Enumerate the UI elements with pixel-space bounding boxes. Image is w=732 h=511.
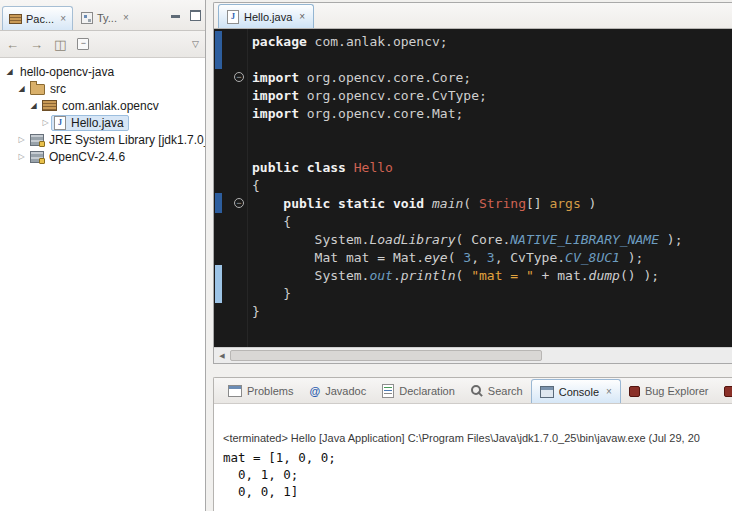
code-token: public class xyxy=(252,160,346,175)
code-line-7[interactable] xyxy=(252,141,732,159)
code-token: out xyxy=(369,268,392,283)
dark-range-indicator xyxy=(215,31,222,69)
code-token: org.opencv.core.CvType; xyxy=(299,88,487,103)
view-tab-console[interactable]: Console× xyxy=(531,379,621,403)
code-line-8[interactable]: public class Hello xyxy=(252,159,732,177)
view-tab-pac[interactable]: Pac...× xyxy=(2,6,73,30)
left-view-tabs: Pac...×Ty...× xyxy=(0,6,135,30)
collapse-all-icon[interactable]: − xyxy=(77,38,89,50)
tree-item-hello-java[interactable]: ▷JHello.java xyxy=(0,114,205,131)
view-tab-bug[interactable]: Bug xyxy=(716,379,732,403)
close-icon[interactable]: × xyxy=(123,13,129,23)
view-tab-problems[interactable]: Problems xyxy=(220,379,301,403)
code-token: main xyxy=(432,196,463,211)
editor-horizontal-scrollbar[interactable]: ◀ xyxy=(214,347,732,363)
view-tab-bug-explorer[interactable]: Bug Explorer xyxy=(621,379,717,403)
code-token: , xyxy=(471,250,487,265)
back-icon[interactable]: ← xyxy=(6,38,19,51)
code-line-2[interactable] xyxy=(252,51,732,69)
code-line-14[interactable]: System.out.println( "mat = " + mat.dump(… xyxy=(252,267,732,285)
maximize-icon xyxy=(190,10,201,21)
view-tab-label: Javadoc xyxy=(325,385,366,397)
editor-tab-hello-java[interactable]: J Hello.java × xyxy=(218,4,314,28)
tree-item-com-anlak-opencv[interactable]: ◢com.anlak.opencv xyxy=(0,97,205,114)
tree-item-label: OpenCV-2.4.6 xyxy=(47,150,127,164)
package-explorer-toolbar: ←→◫−▽ xyxy=(0,31,205,58)
code-token: + mat. xyxy=(534,268,589,283)
editor-tabbar: J Hello.java × xyxy=(214,3,732,29)
code-token: } xyxy=(252,286,291,301)
code-line-16[interactable]: } xyxy=(252,303,732,321)
fold-collapse-icon[interactable]: − xyxy=(234,198,244,208)
close-icon[interactable]: × xyxy=(606,387,612,397)
view-tab-ty[interactable]: Ty...× xyxy=(75,6,135,30)
view-tab-label: Search xyxy=(488,385,523,397)
code-token xyxy=(424,196,432,211)
tree-item-content: JRE System Library [jdk1.7.0_25] xyxy=(27,132,205,148)
expand-arrow-icon[interactable]: ▷ xyxy=(16,135,27,144)
scroll-left-icon[interactable]: ◀ xyxy=(214,352,230,360)
code-token: , CvType. xyxy=(495,250,565,265)
code-editor[interactable]: −− package com.anlak.opencv;import org.o… xyxy=(214,29,732,347)
code-token: package xyxy=(252,34,307,49)
package-explorer-view: Pac...×Ty...× ←→◫−▽ ◢hello-opencv-java◢s… xyxy=(0,0,206,511)
tree-item-label: JRE System Library [jdk1.7.0_25] xyxy=(47,133,205,147)
view-tab-search[interactable]: Search xyxy=(463,379,531,403)
close-icon[interactable]: × xyxy=(60,14,66,24)
tree-item-opencv-2-4-6[interactable]: ▷OpenCV-2.4.6 xyxy=(0,148,205,165)
fold-collapse-icon[interactable]: − xyxy=(234,72,244,82)
collapse-arrow-icon[interactable]: ◢ xyxy=(16,84,27,93)
view-tab-label: Bug Explorer xyxy=(645,385,709,397)
collapse-arrow-icon[interactable]: ◢ xyxy=(28,101,39,110)
tree-item-src[interactable]: ◢src xyxy=(0,80,205,97)
code-line-9[interactable]: { xyxy=(252,177,732,195)
bug-icon xyxy=(724,386,732,397)
code-token xyxy=(346,160,354,175)
code-line-5[interactable]: import org.opencv.core.Mat; xyxy=(252,105,732,123)
code-area[interactable]: package com.anlak.opencv;import org.open… xyxy=(248,29,732,347)
javadoc-icon: @ xyxy=(309,386,320,397)
minimize-button[interactable] xyxy=(168,7,182,21)
code-line-10[interactable]: public static void main( String[] args ) xyxy=(252,195,732,213)
declaration-icon xyxy=(382,384,394,398)
code-line-1[interactable]: package com.anlak.opencv; xyxy=(252,33,732,51)
code-line-13[interactable]: Mat mat = Mat.eye( 3, 3, CvType.CV_8UC1 … xyxy=(252,249,732,267)
code-token: import xyxy=(252,106,299,121)
code-line-15[interactable]: } xyxy=(252,285,732,303)
package-explorer-tree: ◢hello-opencv-java◢src◢com.anlak.opencv▷… xyxy=(0,58,205,511)
expand-arrow-icon[interactable]: ▷ xyxy=(40,118,51,127)
tree-item-jre-system-library-jdk1-7-0-25[interactable]: ▷JRE System Library [jdk1.7.0_25] xyxy=(0,131,205,148)
search-icon xyxy=(471,385,483,397)
code-token: import xyxy=(252,88,299,103)
code-token: ); xyxy=(620,250,643,265)
code-line-11[interactable]: { xyxy=(252,213,732,231)
code-token: Mat mat = Mat. xyxy=(252,250,424,265)
maximize-button[interactable] xyxy=(188,7,202,21)
close-icon[interactable]: × xyxy=(299,12,305,22)
code-line-4[interactable]: import org.opencv.core.CvType; xyxy=(252,87,732,105)
view-tab-declaration[interactable]: Declaration xyxy=(374,379,463,403)
code-line-6[interactable] xyxy=(252,123,732,141)
problems-icon xyxy=(228,385,242,397)
bug-icon xyxy=(629,386,640,397)
forward-icon[interactable]: → xyxy=(30,38,43,51)
code-line-3[interactable]: import org.opencv.core.Core; xyxy=(252,69,732,87)
java-file-icon: J xyxy=(54,116,66,130)
code-token xyxy=(252,196,283,211)
view-menu-icon[interactable]: ▽ xyxy=(192,40,199,49)
view-tab-javadoc[interactable]: @Javadoc xyxy=(301,379,374,403)
scrollbar-thumb[interactable] xyxy=(230,350,542,361)
eclipse-workbench: Pac...×Ty...× ←→◫−▽ ◢hello-opencv-java◢s… xyxy=(0,0,732,511)
console-output-line: 0, 0, 1] xyxy=(223,483,732,500)
console-output-line: mat = [1, 0, 0; xyxy=(223,449,732,466)
tree-item-hello-opencv-java[interactable]: ◢hello-opencv-java xyxy=(0,63,205,80)
expand-arrow-icon[interactable]: ▷ xyxy=(16,152,27,161)
code-token: ); xyxy=(659,232,682,247)
code-line-12[interactable]: System.LoadLibrary( Core.NATIVE_LIBRARY_… xyxy=(252,231,732,249)
tree-item-label: hello-opencv-java xyxy=(18,65,116,79)
code-token: ( xyxy=(456,268,472,283)
bottom-view-stack: Problems@JavadocDeclarationSearchConsole… xyxy=(213,377,732,511)
collapse-arrow-icon[interactable]: ◢ xyxy=(4,67,15,76)
link-with-editor-icon[interactable]: ◫ xyxy=(54,38,66,51)
console-header: <terminated> Hello [Java Application] C:… xyxy=(223,432,732,444)
